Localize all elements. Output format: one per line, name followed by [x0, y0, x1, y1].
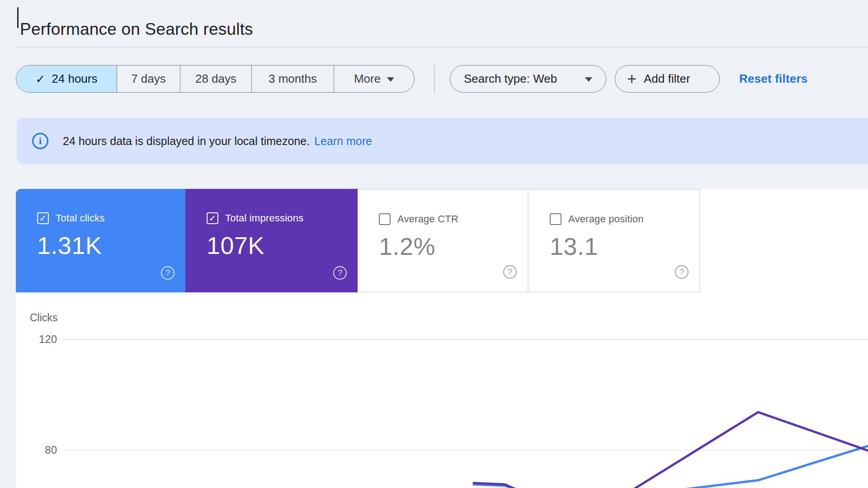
chart-lines-svg: [0, 284, 868, 488]
header-divider: [15, 47, 868, 47]
metric-value: 107K: [207, 231, 358, 259]
chip-label: 3 months: [269, 72, 317, 86]
chip-3-months[interactable]: 3 months: [251, 66, 334, 92]
plus-icon: +: [627, 71, 637, 87]
add-filter-label: Add filter: [644, 72, 690, 86]
toolbar-divider: [434, 65, 435, 93]
metric-value: 13.1: [550, 232, 699, 260]
metric-card-total-clicks[interactable]: ✓ Total clicks 1.31K ?: [16, 189, 185, 292]
learn-more-link[interactable]: Learn more: [314, 135, 372, 148]
help-icon[interactable]: ?: [675, 265, 689, 279]
checkbox-unchecked-icon[interactable]: [550, 213, 561, 225]
help-icon[interactable]: ?: [333, 266, 347, 280]
metric-label: Average position: [568, 213, 644, 225]
date-range-chip-group: ✓ 24 hours 7 days 28 days 3 months More: [16, 65, 415, 93]
metric-card-total-impressions[interactable]: ✓ Total impressions 107K ?: [185, 189, 358, 292]
check-icon: ✓: [36, 73, 46, 85]
text-caret: [17, 7, 19, 28]
chip-more[interactable]: More: [334, 66, 414, 92]
filter-toolbar: ✓ 24 hours 7 days 28 days 3 months More …: [0, 65, 868, 93]
info-icon: i: [32, 133, 48, 149]
checkbox-checked-icon[interactable]: ✓: [207, 212, 218, 224]
page-title: Performance on Search results: [20, 19, 253, 40]
chip-24-hours[interactable]: ✓ 24 hours: [16, 66, 117, 92]
metric-label: Average CTR: [397, 213, 458, 225]
chevron-down-icon: [585, 77, 592, 82]
chevron-down-icon: [387, 77, 394, 82]
chip-label: 7 days: [131, 72, 166, 86]
chip-label: 24 hours: [52, 72, 97, 86]
help-icon[interactable]: ?: [503, 265, 517, 279]
banner-message: 24 hours data is displayed in your local…: [63, 135, 310, 148]
metric-card-average-position[interactable]: Average position 13.1 ?: [528, 189, 700, 292]
metric-label: Total clicks: [56, 212, 105, 224]
chip-label: 28 days: [195, 72, 236, 86]
metric-card-average-ctr[interactable]: Average CTR 1.2% ?: [358, 189, 528, 292]
help-icon[interactable]: ?: [161, 266, 175, 280]
metric-value: 1.2%: [379, 232, 528, 260]
add-filter-button[interactable]: + Add filter: [615, 65, 720, 93]
reset-filters-link[interactable]: Reset filters: [739, 65, 807, 93]
timezone-info-banner: i 24 hours data is displayed in your loc…: [17, 118, 868, 164]
search-type-dropdown[interactable]: Search type: Web: [450, 65, 606, 93]
chip-label: More: [354, 72, 381, 86]
metric-label: Total impressions: [225, 212, 303, 224]
chip-28-days[interactable]: 28 days: [180, 66, 251, 92]
metric-value: 1.31K: [37, 231, 185, 259]
checkbox-unchecked-icon[interactable]: [379, 213, 391, 225]
metric-cards-row: ✓ Total clicks 1.31K ? ✓ Total impressio…: [16, 189, 700, 292]
checkbox-checked-icon[interactable]: ✓: [37, 212, 49, 224]
search-type-label: Search type: Web: [464, 72, 557, 86]
chip-7-days[interactable]: 7 days: [117, 66, 180, 92]
